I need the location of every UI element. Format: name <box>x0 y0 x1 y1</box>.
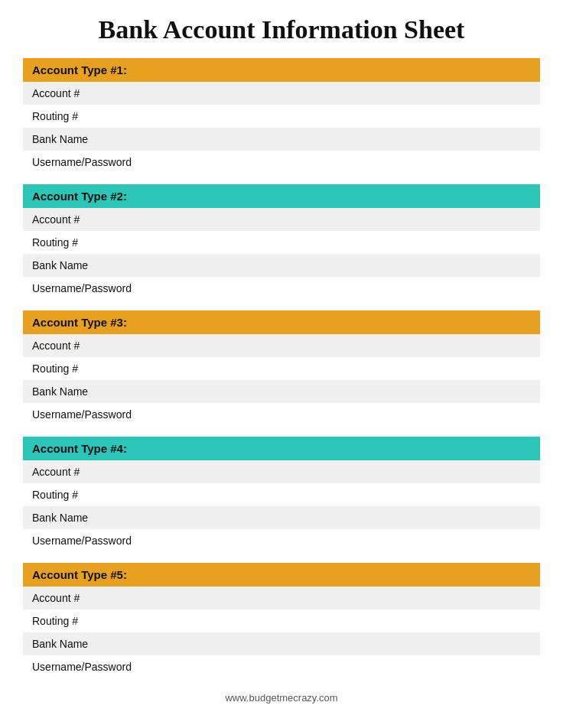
data-row-value-5-2[interactable] <box>176 632 540 655</box>
account-type-row-1: Account Type #1: <box>23 58 540 82</box>
data-row-2-1: Routing # <box>23 231 540 254</box>
data-row-label-1-1: Routing # <box>23 105 176 128</box>
data-row-value-3-2[interactable] <box>176 380 540 403</box>
data-row-1-3: Username/Password <box>23 151 540 174</box>
account-type-label-2: Account Type #2: <box>23 184 176 208</box>
footer-url: www.budgetmecrazy.com <box>225 692 337 704</box>
data-row-label-1-3: Username/Password <box>23 151 176 174</box>
data-row-5-3: Username/Password <box>23 655 540 678</box>
data-row-1-2: Bank Name <box>23 128 540 151</box>
data-row-4-2: Bank Name <box>23 506 540 529</box>
data-row-label-2-2: Bank Name <box>23 254 176 277</box>
data-row-value-3-0[interactable] <box>176 334 540 357</box>
account-type-label-1: Account Type #1: <box>23 58 176 82</box>
account-type-value-4 <box>176 437 540 460</box>
data-row-label-3-1: Routing # <box>23 357 176 380</box>
account-type-label-5: Account Type #5: <box>23 563 176 587</box>
data-row-value-5-3[interactable] <box>176 655 540 678</box>
account-type-row-4: Account Type #4: <box>23 437 540 460</box>
data-row-label-1-2: Bank Name <box>23 128 176 151</box>
data-row-label-4-0: Account # <box>23 460 176 483</box>
data-row-5-0: Account # <box>23 587 540 609</box>
data-row-label-1-0: Account # <box>23 82 176 105</box>
data-row-3-3: Username/Password <box>23 403 540 426</box>
account-type-row-5: Account Type #5: <box>23 563 540 587</box>
data-row-value-2-1[interactable] <box>176 231 540 254</box>
data-row-label-3-3: Username/Password <box>23 403 176 426</box>
account-type-row-3: Account Type #3: <box>23 310 540 334</box>
data-row-5-2: Bank Name <box>23 632 540 655</box>
data-row-value-5-0[interactable] <box>176 587 540 609</box>
data-row-label-2-1: Routing # <box>23 231 176 254</box>
data-row-value-4-3[interactable] <box>176 529 540 552</box>
data-row-5-1: Routing # <box>23 609 540 632</box>
data-row-value-3-3[interactable] <box>176 403 540 426</box>
account-type-value-1 <box>176 58 540 82</box>
data-row-label-4-1: Routing # <box>23 483 176 506</box>
data-row-label-5-0: Account # <box>23 587 176 609</box>
data-row-label-2-0: Account # <box>23 208 176 231</box>
data-row-value-1-1[interactable] <box>176 105 540 128</box>
data-row-label-3-2: Bank Name <box>23 380 176 403</box>
data-row-2-2: Bank Name <box>23 254 540 277</box>
data-row-value-2-2[interactable] <box>176 254 540 277</box>
data-row-value-4-1[interactable] <box>176 483 540 506</box>
data-row-3-2: Bank Name <box>23 380 540 403</box>
data-row-label-2-3: Username/Password <box>23 277 176 300</box>
data-row-label-5-2: Bank Name <box>23 632 176 655</box>
data-row-4-3: Username/Password <box>23 529 540 552</box>
sheet-container: Account Type #1:Account #Routing #Bank N… <box>23 58 540 678</box>
data-row-1-1: Routing # <box>23 105 540 128</box>
data-row-4-0: Account # <box>23 460 540 483</box>
page-title: Bank Account Information Sheet <box>99 15 465 44</box>
data-row-label-4-2: Bank Name <box>23 506 176 529</box>
data-row-label-4-3: Username/Password <box>23 529 176 552</box>
data-row-2-3: Username/Password <box>23 277 540 300</box>
account-type-label-3: Account Type #3: <box>23 310 176 334</box>
account-block-4: Account Type #4:Account #Routing #Bank N… <box>23 437 540 552</box>
data-row-4-1: Routing # <box>23 483 540 506</box>
account-block-3: Account Type #3:Account #Routing #Bank N… <box>23 310 540 426</box>
data-row-label-3-0: Account # <box>23 334 176 357</box>
account-type-row-2: Account Type #2: <box>23 184 540 208</box>
data-row-label-5-1: Routing # <box>23 609 176 632</box>
data-row-value-2-3[interactable] <box>176 277 540 300</box>
account-type-value-3 <box>176 310 540 334</box>
data-row-value-4-0[interactable] <box>176 460 540 483</box>
data-row-value-1-3[interactable] <box>176 151 540 174</box>
data-row-3-1: Routing # <box>23 357 540 380</box>
data-row-2-0: Account # <box>23 208 540 231</box>
data-row-value-2-0[interactable] <box>176 208 540 231</box>
account-block-2: Account Type #2:Account #Routing #Bank N… <box>23 184 540 300</box>
data-row-3-0: Account # <box>23 334 540 357</box>
data-row-1-0: Account # <box>23 82 540 105</box>
data-row-value-3-1[interactable] <box>176 357 540 380</box>
account-type-value-5 <box>176 563 540 587</box>
data-row-value-1-0[interactable] <box>176 82 540 105</box>
account-block-5: Account Type #5:Account #Routing #Bank N… <box>23 563 540 678</box>
data-row-value-5-1[interactable] <box>176 609 540 632</box>
data-row-value-1-2[interactable] <box>176 128 540 151</box>
account-type-value-2 <box>176 184 540 208</box>
data-row-value-4-2[interactable] <box>176 506 540 529</box>
account-block-1: Account Type #1:Account #Routing #Bank N… <box>23 58 540 174</box>
data-row-label-5-3: Username/Password <box>23 655 176 678</box>
account-type-label-4: Account Type #4: <box>23 437 176 460</box>
